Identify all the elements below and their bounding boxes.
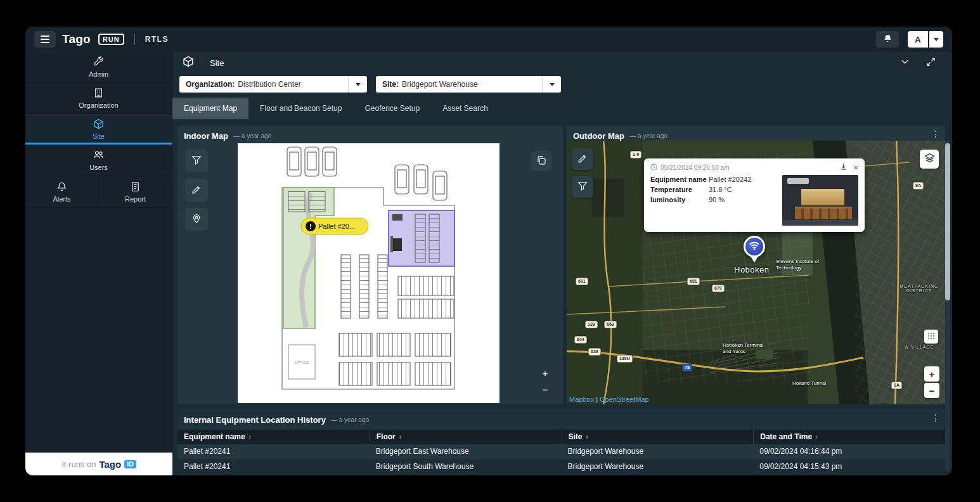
sort-asc-icon: ↑ bbox=[815, 434, 818, 441]
indoor-map-title: Indoor Map bbox=[184, 131, 228, 141]
outdoor-map-title: Outdoor Map bbox=[573, 131, 624, 141]
cell-datetime: 09/02/2024 04:15:43 pm bbox=[753, 459, 945, 474]
copy-widget-button[interactable] bbox=[531, 151, 551, 171]
popup-datetime: 05/21/2024 09:26:50 am bbox=[661, 164, 729, 171]
map-grid-button[interactable] bbox=[924, 330, 938, 344]
mapbox-link[interactable]: Mapbox bbox=[569, 396, 594, 403]
history-title: Internal Equipment Location History bbox=[184, 415, 326, 425]
sidebar-item-site[interactable]: Site bbox=[25, 114, 172, 145]
alert-icon: ! bbox=[309, 222, 312, 230]
sidebar-item-report[interactable]: Report bbox=[99, 176, 172, 207]
osm-link[interactable]: OpenStreetMap bbox=[600, 396, 649, 403]
wrench-icon bbox=[93, 56, 104, 68]
column-site[interactable]: Site↕ bbox=[562, 430, 754, 444]
locate-button[interactable] bbox=[185, 208, 208, 231]
close-icon[interactable]: × bbox=[853, 164, 858, 172]
sidebar-split-row: Alerts Report bbox=[25, 176, 172, 208]
map-attribution: Mapbox|OpenStreetMap bbox=[569, 396, 649, 403]
pallet-badge-label: Pallet #20... bbox=[318, 222, 355, 230]
page-title: Site bbox=[210, 58, 224, 68]
site-dropdown[interactable]: Site: Bridgeport Warehouse bbox=[376, 76, 561, 93]
scrollbar-thumb[interactable] bbox=[945, 143, 950, 300]
sort-icon: ↕ bbox=[586, 434, 589, 441]
account-menu: A bbox=[908, 31, 943, 48]
sidebar-item-admin[interactable]: Admin bbox=[25, 52, 172, 83]
road-shield: 681 bbox=[687, 278, 700, 285]
notifications-button[interactable] bbox=[876, 31, 899, 48]
indoor-map-panel: Indoor Map — a year ago bbox=[177, 126, 563, 404]
column-floor[interactable]: Floor↕ bbox=[370, 430, 562, 444]
map-label-city: Hoboken bbox=[734, 265, 770, 274]
cell-floor: Bridgeport South Warehouse bbox=[370, 459, 562, 474]
sidebar-item-label: Site bbox=[93, 132, 105, 140]
map-label-meatpacking: MEATPACKING DISTRICT bbox=[894, 284, 944, 293]
indoor-pallet-marker[interactable]: ! Pallet #20... bbox=[301, 218, 368, 235]
fullscreen-icon[interactable] bbox=[926, 57, 936, 69]
map-pin-icon bbox=[191, 214, 202, 226]
tab-bar: Equipment Map Floor and Beacon Setup Geo… bbox=[172, 98, 952, 119]
site-cube-icon bbox=[183, 56, 194, 70]
map-layers-button[interactable] bbox=[920, 150, 939, 169]
dashboard-header: Site bbox=[172, 52, 952, 74]
outdoor-map-panel: Outdoor Map — a year ago ⋮ bbox=[567, 126, 945, 404]
zoom-in-button[interactable]: + bbox=[538, 365, 553, 380]
dots-grid-icon bbox=[927, 332, 935, 342]
product-name: RTLS bbox=[145, 35, 169, 44]
map-label-stevens: Stevens Institute of Technology bbox=[776, 259, 825, 271]
sidebar-item-users[interactable]: Users bbox=[25, 145, 172, 176]
sidebar-item-label: Alerts bbox=[53, 195, 70, 203]
edit-button[interactable] bbox=[185, 179, 208, 202]
vertical-scrollbar[interactable] bbox=[945, 141, 950, 472]
zoom-in-button[interactable]: + bbox=[924, 366, 939, 382]
layers-icon bbox=[924, 153, 935, 165]
funnel-icon bbox=[577, 181, 588, 193]
cube-icon bbox=[93, 119, 104, 131]
topbar-divider bbox=[134, 34, 135, 45]
history-table-header: Equipment name↕ Floor↕ Site↕ Date and Ti… bbox=[177, 430, 945, 444]
cell-floor: Bridgeport East Warehouse bbox=[370, 444, 562, 459]
table-row[interactable]: Pallet #20241 Bridgeport East Warehouse … bbox=[177, 444, 945, 459]
sidebar-item-organization[interactable]: Organization bbox=[25, 83, 172, 114]
edit-button[interactable] bbox=[572, 148, 593, 170]
outdoor-map-canvas[interactable]: Hoboken Stevens Institute of Technology … bbox=[567, 141, 945, 404]
tab-geofence-setup[interactable]: Geofence Setup bbox=[353, 98, 431, 119]
filter-button[interactable] bbox=[185, 150, 208, 172]
kebab-menu-icon[interactable]: ⋮ bbox=[931, 129, 940, 138]
filter-button[interactable] bbox=[572, 176, 593, 198]
filter-row: Organization: Distribution Center Site: … bbox=[172, 74, 952, 98]
table-row[interactable]: Pallet #20241 Bridgeport South Warehouse… bbox=[177, 459, 945, 474]
building-icon bbox=[93, 87, 104, 100]
site-dropdown-value: Bridgeport Warehouse bbox=[402, 80, 478, 89]
road-shield: 601 bbox=[576, 278, 588, 285]
avatar[interactable]: A bbox=[908, 31, 928, 48]
popup-luminosity-value: 90 % bbox=[709, 196, 725, 203]
tab-floor-beacon-setup[interactable]: Floor and Beacon Setup bbox=[248, 98, 353, 119]
sidebar-item-alerts[interactable]: Alerts bbox=[25, 176, 99, 207]
indoor-floorplan[interactable]: OFFICE ! Pallet #20... bbox=[238, 143, 500, 403]
tab-asset-search[interactable]: Asset Search bbox=[431, 98, 499, 119]
download-icon[interactable] bbox=[840, 163, 847, 172]
copy-icon bbox=[536, 155, 546, 167]
sidebar-item-label: Admin bbox=[89, 70, 108, 78]
account-dropdown-button[interactable] bbox=[929, 31, 943, 48]
tab-equipment-map[interactable]: Equipment Map bbox=[172, 98, 248, 119]
hamburger-menu-button[interactable] bbox=[34, 31, 56, 48]
chevron-down-icon bbox=[934, 38, 939, 41]
sort-icon: ↕ bbox=[248, 434, 252, 441]
cell-equipment: Pallet #20241 bbox=[177, 459, 370, 474]
collapse-chevron-icon[interactable] bbox=[900, 57, 910, 69]
sidebar-footer[interactable]: It runs on Tago IO bbox=[25, 453, 172, 475]
column-date-time[interactable]: Date and Time↑ bbox=[753, 430, 945, 444]
kebab-menu-icon[interactable]: ⋮ bbox=[931, 413, 940, 422]
organization-dropdown[interactable]: Organization: Distribution Center bbox=[179, 76, 367, 93]
sidebar: Admin Organization Site Users bbox=[25, 52, 172, 475]
zoom-out-button[interactable]: − bbox=[924, 383, 939, 398]
logo-tago: Tago bbox=[62, 32, 91, 46]
column-equipment-name[interactable]: Equipment name↕ bbox=[177, 430, 370, 444]
outdoor-pallet-marker[interactable] bbox=[743, 236, 766, 262]
bell-icon bbox=[56, 181, 67, 193]
indoor-map-age: — a year ago bbox=[233, 132, 271, 139]
road-shield: 663 bbox=[604, 321, 617, 328]
zoom-out-button[interactable]: − bbox=[538, 382, 553, 397]
road-shield: 639 bbox=[588, 348, 601, 356]
